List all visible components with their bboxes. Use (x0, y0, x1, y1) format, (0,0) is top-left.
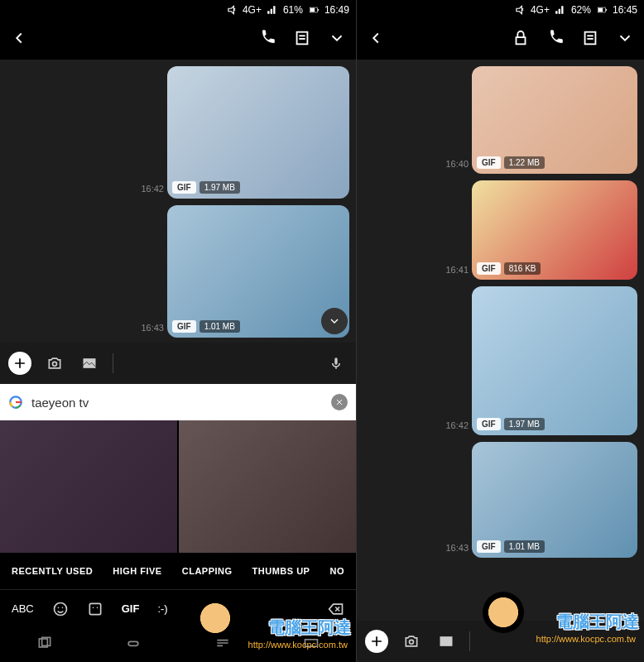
gif-badge: GIF (477, 540, 501, 553)
svg-rect-1 (310, 8, 315, 12)
gif-result-item[interactable] (179, 420, 356, 553)
svg-point-15 (96, 607, 98, 608)
gif-badge: GIF (477, 418, 501, 430)
message-bubble[interactable]: GIF1.97 MB (472, 286, 637, 435)
message-bubble[interactable]: GIF 1.97 MB (167, 66, 349, 199)
signal-icon (555, 4, 566, 16)
camera-button[interactable] (400, 630, 423, 653)
svg-rect-25 (517, 37, 526, 44)
category-item[interactable]: RECENTLY USED (12, 566, 93, 576)
gif-image (167, 66, 349, 199)
message-time: 16:41 (445, 265, 469, 275)
add-button[interactable] (8, 352, 31, 375)
svg-rect-24 (606, 9, 607, 11)
signal-icon (267, 4, 278, 16)
gallery-button[interactable] (78, 352, 101, 375)
status-bar: 4G+ 61% 16:49 (0, 0, 356, 20)
message-row: 16:40 GIF1.22 MB (363, 66, 637, 174)
status-bar: 4G+ 62% 16:45 (357, 0, 644, 20)
category-item[interactable]: NO (329, 566, 344, 576)
categories-row[interactable]: RECENTLY USED HIGH FIVE CLAPPING THUMBS … (0, 553, 356, 589)
message-row: 16:41 GIF816 KB (363, 180, 637, 280)
back-button[interactable] (10, 29, 28, 50)
svg-point-11 (57, 607, 59, 608)
svg-rect-2 (318, 9, 319, 11)
svg-point-12 (61, 607, 63, 608)
svg-point-6 (53, 362, 57, 366)
nav-back[interactable] (214, 635, 231, 655)
input-divider (469, 631, 470, 651)
gif-badge: GIF (477, 156, 501, 169)
message-bubble[interactable]: GIF816 KB (472, 180, 637, 280)
message-row: 16:42 GIF1.97 MB (363, 286, 637, 435)
chat-area[interactable]: 16:42 GIF 1.97 MB 16:43 GIF 1.01 MB (0, 60, 356, 343)
gif-image (472, 286, 637, 435)
category-item[interactable]: HIGH FIVE (113, 566, 162, 576)
input-toolbar (0, 343, 356, 384)
message-row: 16:43 GIF 1.01 MB (7, 205, 349, 338)
scroll-down-button[interactable] (321, 308, 348, 334)
nav-recent[interactable] (36, 635, 53, 655)
svg-rect-13 (89, 603, 100, 614)
message-row: 16:43 GIF1.01 MB (363, 442, 637, 558)
svg-rect-23 (598, 8, 603, 12)
menu-button[interactable] (328, 29, 346, 50)
size-badge: 1.01 MB (504, 540, 545, 553)
gallery-button[interactable] (435, 630, 458, 653)
message-time: 16:43 (141, 323, 164, 333)
message-bubble[interactable]: GIF1.22 MB (472, 66, 637, 174)
size-badge: 816 KB (504, 262, 541, 275)
message-time: 16:42 (445, 420, 469, 430)
chat-header (0, 20, 356, 60)
sticker-button[interactable] (87, 601, 103, 617)
input-toolbar (357, 621, 644, 662)
chat-area[interactable]: 16:40 GIF1.22 MB 16:41 GIF816 KB 16:42 G… (357, 60, 644, 621)
svg-point-29 (409, 640, 413, 644)
message-row: 16:42 GIF 1.97 MB (7, 66, 349, 199)
list-button[interactable] (293, 29, 311, 50)
svg-rect-18 (128, 641, 138, 645)
gif-mode-button[interactable]: GIF (122, 602, 140, 615)
size-badge: 1.22 MB (504, 156, 545, 169)
mute-icon (226, 4, 238, 16)
call-button[interactable] (546, 29, 565, 50)
battery-label: 62% (571, 4, 591, 16)
emoticon-button[interactable]: :-) (157, 602, 167, 615)
call-button[interactable] (258, 29, 276, 50)
search-input[interactable] (31, 396, 323, 410)
nav-keyboard[interactable] (303, 635, 320, 655)
message-bubble[interactable]: GIF1.01 MB (472, 442, 637, 558)
category-item[interactable]: THUMBS UP (252, 566, 310, 576)
add-button[interactable] (365, 630, 388, 653)
nav-bar (0, 627, 356, 662)
gif-result-item[interactable] (0, 420, 177, 553)
battery-icon (308, 4, 320, 16)
chat-header (357, 20, 644, 60)
backspace-button[interactable] (328, 601, 344, 617)
svg-point-14 (92, 607, 94, 608)
keyboard-mode-row: ABC GIF :-) (0, 589, 356, 627)
clear-button[interactable] (331, 394, 348, 410)
mute-icon (514, 4, 526, 16)
voice-button[interactable] (324, 352, 348, 375)
message-time: 16:40 (445, 159, 469, 169)
category-item[interactable]: CLAPPING (182, 566, 233, 576)
message-time: 16:42 (141, 184, 164, 194)
size-badge: 1.01 MB (199, 320, 240, 333)
message-time: 16:43 (445, 543, 469, 553)
battery-label: 61% (283, 4, 303, 16)
abc-button[interactable]: ABC (12, 602, 34, 615)
nav-home[interactable] (125, 635, 142, 655)
network-label: 4G+ (243, 4, 262, 16)
time-label: 16:49 (324, 4, 349, 16)
menu-button[interactable] (616, 29, 634, 50)
svg-rect-8 (334, 357, 337, 364)
emoji-button[interactable] (52, 601, 69, 617)
back-button[interactable] (367, 29, 385, 50)
size-badge: 1.97 MB (504, 418, 545, 430)
google-icon (8, 395, 23, 410)
lock-icon[interactable] (512, 29, 530, 50)
camera-button[interactable] (43, 352, 66, 375)
svg-rect-30 (440, 636, 452, 646)
list-button[interactable] (581, 29, 599, 50)
